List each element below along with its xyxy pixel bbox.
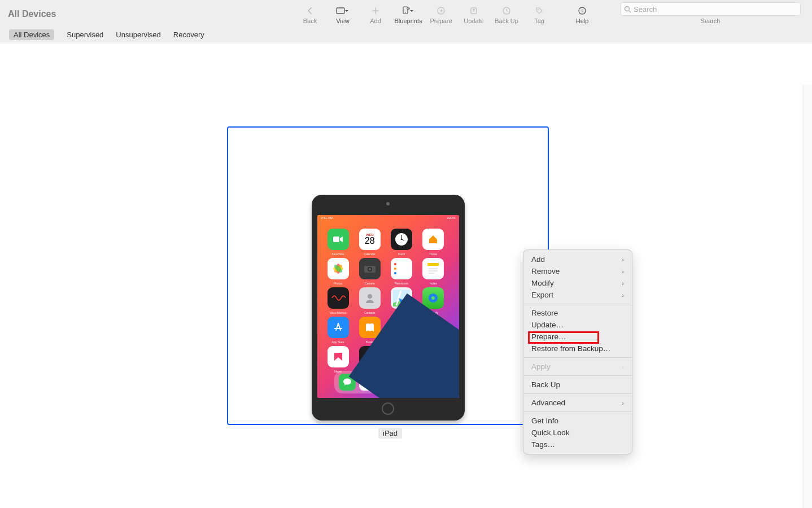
findmy-icon: Find My: [422, 287, 444, 309]
search-label: Search: [701, 17, 721, 24]
app-label: Notes: [422, 282, 444, 285]
svg-point-22: [368, 294, 372, 299]
svg-point-32: [362, 376, 373, 388]
music-icon: [379, 374, 396, 391]
update-button[interactable]: Update: [457, 0, 490, 27]
back-label: Back: [303, 17, 317, 24]
menu-getinfo[interactable]: Get Info: [523, 415, 632, 427]
podcasts-icon: Podcasts: [391, 317, 412, 338]
blueprints-label: Blueprints: [395, 17, 422, 24]
tv-icon: tvTV: [422, 317, 444, 338]
menu-update[interactable]: Update…: [523, 319, 632, 331]
view-icon: [336, 6, 350, 16]
filter-all-devices[interactable]: All Devices: [9, 29, 54, 40]
svg-point-30: [400, 356, 403, 358]
cal-date: 28: [365, 237, 375, 246]
view-label: View: [336, 17, 350, 24]
chevron-right-icon: ›: [622, 364, 624, 370]
prepare-button[interactable]: Prepare: [425, 0, 457, 27]
add-button[interactable]: Add: [359, 0, 392, 27]
back-button[interactable]: Back: [294, 0, 326, 27]
svg-point-10: [625, 6, 630, 11]
device-card[interactable]: 9:41 AM 100% FaceTime WED28Calendar Cloc…: [227, 126, 549, 425]
app-label: Podcasts: [391, 340, 412, 344]
app-label: Reminders: [391, 282, 412, 285]
camera-dot: [386, 202, 390, 205]
menu-backup[interactable]: Back Up: [523, 379, 632, 391]
app-label: Camera: [359, 282, 381, 285]
notes-icon: Notes: [422, 258, 444, 279]
svg-rect-0: [337, 8, 344, 14]
menu-label: Advanced: [531, 398, 565, 407]
menu-label: Prepare…: [531, 332, 566, 341]
app-label: Maps: [391, 311, 412, 314]
app-label: Home: [422, 252, 444, 256]
menu-label: Add: [531, 255, 545, 264]
home-button: [382, 402, 394, 415]
chevron-right-icon: ›: [622, 268, 624, 275]
blueprints-icon: [401, 6, 415, 16]
svg-rect-33: [403, 379, 413, 386]
menu-tags[interactable]: Tags…: [523, 439, 632, 450]
device-label[interactable]: iPad: [378, 428, 402, 439]
menu-advanced[interactable]: Advanced›: [523, 397, 632, 409]
backup-button[interactable]: Back Up: [490, 0, 523, 27]
help-button[interactable]: ? Help: [566, 0, 599, 27]
filter-recovery[interactable]: Recovery: [173, 30, 204, 39]
search-area: Search Search: [620, 2, 801, 24]
voicememos-icon: Voice Memos: [328, 287, 349, 309]
update-label: Update: [464, 17, 483, 24]
reminders-icon: Reminders: [391, 258, 412, 279]
menu-add[interactable]: Add›: [523, 253, 632, 265]
toolbar: All Devices Back View Add Blueprints Pre…: [0, 0, 812, 27]
menu-label: Restore from Backup…: [531, 344, 610, 353]
app-label: Find My: [422, 311, 444, 314]
menu-separator: [524, 411, 631, 412]
plus-icon: [372, 6, 379, 16]
context-menu: Add› Remove› Modify› Export› Restore Upd…: [523, 249, 632, 454]
menu-label: Export: [531, 291, 553, 299]
menu-label: Remove: [531, 267, 560, 275]
tag-label: Tag: [534, 17, 544, 24]
search-input[interactable]: Search: [620, 2, 801, 16]
chevron-right-icon: ›: [622, 292, 624, 299]
mail-icon: [400, 374, 417, 391]
search-icon: [624, 6, 631, 13]
menu-modify[interactable]: Modify›: [523, 277, 632, 289]
app-label: App Store: [328, 340, 349, 344]
app-label: Voice Memos: [328, 311, 349, 314]
filter-supervised[interactable]: Supervised: [67, 30, 103, 39]
menu-restore[interactable]: Restore: [523, 307, 632, 319]
filter-unsupervised[interactable]: Unsupervised: [116, 30, 161, 39]
add-label: Add: [370, 17, 381, 24]
menu-label: Quick Look: [531, 428, 570, 437]
menu-label: Get Info: [531, 417, 558, 425]
filter-bar: All Devices Supervised Unsupervised Reco…: [0, 27, 812, 42]
view-button[interactable]: View: [326, 0, 359, 27]
svg-rect-11: [333, 237, 339, 242]
blueprints-button[interactable]: Blueprints: [392, 0, 425, 27]
menu-prepare[interactable]: Prepare…: [523, 331, 632, 343]
contacts-icon: Contacts: [359, 287, 381, 309]
workspace: 9:41 AM 100% FaceTime WED28Calendar Cloc…: [0, 42, 812, 508]
menu-remove[interactable]: Remove›: [523, 265, 632, 277]
maps-icon: Maps: [391, 287, 412, 309]
menu-export[interactable]: Export›: [523, 289, 632, 301]
toolbar-buttons: Back View Add Blueprints Prepare Update …: [294, 0, 599, 27]
app-label: Clock: [391, 252, 412, 256]
menu-label: Update…: [531, 321, 564, 329]
facetime-icon: FaceTime: [328, 229, 349, 250]
prepare-label: Prepare: [430, 17, 452, 24]
home-icon: Home: [422, 229, 444, 250]
camera-icon: Camera: [359, 258, 381, 279]
menu-restore-backup[interactable]: Restore from Backup…: [523, 343, 632, 354]
scrollbar[interactable]: [803, 85, 812, 508]
menu-label: Modify: [531, 279, 554, 287]
menu-separator: [524, 375, 631, 376]
tag-button[interactable]: Tag: [523, 0, 556, 27]
menu-quicklook[interactable]: Quick Look: [523, 427, 632, 439]
app-label: Photos: [328, 282, 349, 285]
svg-rect-21: [427, 263, 439, 266]
settings-icon: Settings: [391, 346, 412, 367]
svg-point-24: [431, 296, 435, 300]
